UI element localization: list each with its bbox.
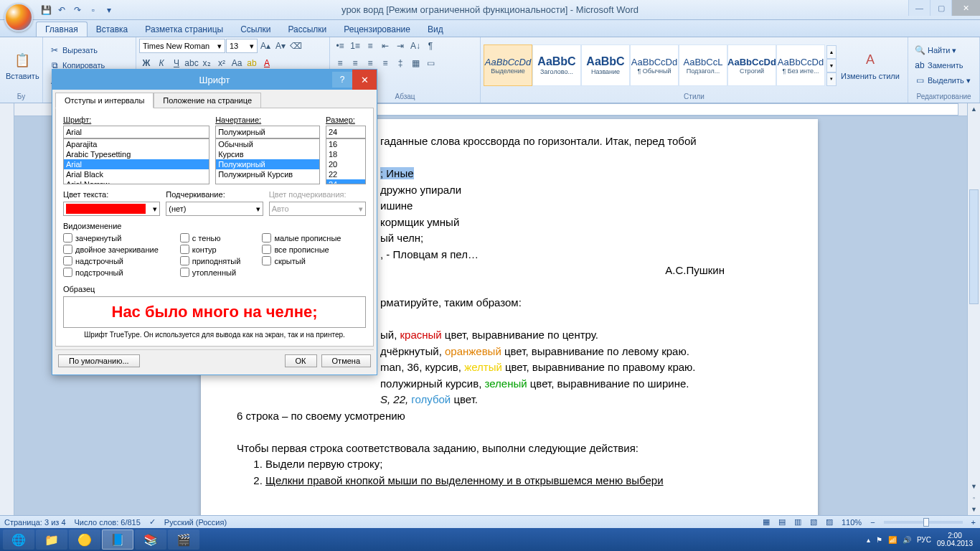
shrink-font-icon[interactable]: A▾ [273, 39, 288, 53]
font-size-combo[interactable]: 13▾ [226, 39, 258, 53]
style-scrollbar[interactable]: ▲▼▾ [826, 45, 837, 86]
check-shadow[interactable]: с тенью [180, 233, 241, 242]
bold-button[interactable]: Ж [139, 56, 154, 70]
vertical-scrollbar[interactable]: ▲ ▼ ◦ ▼ [967, 103, 980, 515]
clear-format-icon[interactable]: ⌫ [288, 39, 303, 53]
show-marks-button[interactable]: ¶ [423, 39, 438, 53]
font-name-combo[interactable]: Times New Roman▾ [139, 39, 225, 53]
dialog-close-button[interactable]: ✕ [352, 70, 377, 90]
check-hidden[interactable]: скрытый [262, 256, 341, 265]
case-button[interactable]: Aa [230, 56, 244, 70]
strike-button[interactable]: abc [184, 56, 199, 70]
tab-mailings[interactable]: Рассылки [279, 22, 335, 37]
undo-icon[interactable]: ↶ [55, 3, 69, 17]
tray-clock[interactable]: 2:00 09.04.2013 [937, 532, 973, 547]
zoom-slider[interactable] [884, 521, 963, 524]
paste-button[interactable]: 📋 Вставить [3, 49, 42, 82]
tray-up-icon[interactable]: ▴ [867, 536, 870, 544]
scrollbar-thumb[interactable] [969, 189, 979, 304]
media-icon[interactable]: 🎬 [168, 529, 199, 550]
numbering-button[interactable]: 1≡ [348, 39, 362, 53]
change-styles-button[interactable]: A Изменить стили [838, 49, 903, 82]
style-listbox[interactable]: Обычный Курсив Полужирный Полужирный Кур… [215, 138, 320, 184]
maximize-button[interactable]: ▢ [930, 0, 951, 16]
dialog-help-button[interactable]: ? [332, 72, 352, 88]
font-listbox[interactable]: Aparajita Arabic Typesetting Arial Arial… [63, 138, 209, 184]
zoom-value[interactable]: 110% [842, 518, 862, 527]
font-color-button[interactable]: A [260, 56, 274, 70]
cut-button[interactable]: ✂Вырезать [46, 43, 108, 57]
save-icon[interactable]: 💾 [39, 3, 53, 17]
underline-button[interactable]: Ч [169, 56, 184, 70]
page-status[interactable]: Страница: 3 из 4 [4, 518, 66, 527]
size-listbox[interactable]: 16 18 20 22 24 [326, 138, 366, 184]
view-web-icon[interactable]: ▥ [794, 517, 801, 527]
tab-home[interactable]: Главная [36, 22, 88, 37]
tab-layout[interactable]: Разметка страницы [136, 22, 232, 37]
style-item[interactable]: AaBbCНазвание [581, 44, 630, 86]
align-left-button[interactable]: ≡ [333, 56, 347, 70]
zoom-in-button[interactable]: + [971, 518, 976, 527]
volume-icon[interactable]: 🔊 [903, 536, 911, 544]
style-item[interactable]: AaBbCcLПодзагол... [679, 44, 727, 86]
align-center-button[interactable]: ≡ [348, 56, 362, 70]
font-size-input[interactable] [326, 126, 366, 138]
check-subscript[interactable]: подстрочный [63, 268, 159, 277]
multilevel-button[interactable]: ≡ [363, 39, 377, 53]
tab-view[interactable]: Вид [419, 22, 452, 37]
sort-button[interactable]: A↓ [408, 39, 423, 53]
qat-dropdown-icon[interactable]: ▾ [102, 3, 116, 17]
align-right-button[interactable]: ≡ [363, 56, 377, 70]
redo-icon[interactable]: ↷ [70, 3, 85, 17]
view-read-icon[interactable]: ▤ [778, 517, 786, 527]
view-outline-icon[interactable]: ▧ [810, 517, 817, 527]
subscript-button[interactable]: x₂ [199, 56, 214, 70]
style-item[interactable]: AaBbCcDd¶ Обычный [630, 44, 679, 86]
network-icon[interactable]: 📶 [888, 536, 897, 544]
view-print-icon[interactable]: ▦ [763, 517, 770, 527]
style-item[interactable]: AaBbCcDdСтрогий [727, 44, 776, 86]
style-item[interactable]: AaBbCcDdВыделение [484, 44, 532, 86]
style-item[interactable]: AaBbCЗаголово... [532, 44, 581, 86]
ie-icon[interactable]: 🌐 [3, 529, 34, 550]
proofing-icon[interactable]: ✓ [149, 517, 156, 527]
check-strikethrough[interactable]: зачеркнутый [63, 233, 159, 242]
language-status[interactable]: Русский (Россия) [164, 518, 227, 527]
check-outline[interactable]: контур [180, 245, 241, 254]
close-button[interactable]: ✕ [951, 0, 980, 16]
check-engrave[interactable]: утопленный [180, 268, 241, 277]
highlight-button[interactable]: ab [245, 56, 259, 70]
default-button[interactable]: По умолчанию... [58, 354, 140, 367]
word-icon[interactable]: 📘 [102, 529, 133, 550]
minimize-button[interactable]: — [908, 0, 930, 16]
check-emboss[interactable]: приподнятый [180, 256, 241, 265]
select-button[interactable]: ▭Выделить▾ [911, 73, 974, 88]
style-item[interactable]: AaBbCcDd¶ Без инте... [776, 44, 825, 86]
tray-language[interactable]: РУС [917, 536, 931, 544]
font-style-input[interactable] [215, 126, 320, 138]
dialog-title-bar[interactable]: Шрифт ? ✕ [52, 70, 377, 90]
tab-review[interactable]: Рецензирование [335, 22, 419, 37]
word-count[interactable]: Число слов: 6/815 [75, 518, 141, 527]
grow-font-icon[interactable]: A▴ [258, 39, 273, 53]
dialog-tab-position[interactable]: Положение на странице [154, 93, 261, 108]
tab-insert[interactable]: Вставка [88, 22, 137, 37]
office-button[interactable] [4, 3, 33, 32]
explorer-icon[interactable]: 📁 [36, 529, 67, 550]
winrar-icon[interactable]: 📚 [135, 529, 166, 550]
new-doc-icon[interactable]: ▫ [86, 3, 100, 17]
font-name-input[interactable] [63, 126, 209, 138]
ok-button[interactable]: ОК [285, 354, 317, 367]
flag-icon[interactable]: ⚑ [876, 536, 882, 544]
borders-button[interactable]: ▭ [423, 56, 438, 70]
font-color-combo[interactable]: ▾ [63, 202, 160, 216]
line-spacing-button[interactable]: ‡ [393, 56, 407, 70]
italic-button[interactable]: К [154, 56, 169, 70]
check-superscript[interactable]: надстрочный [63, 256, 159, 265]
shading-button[interactable]: ▦ [408, 56, 423, 70]
find-button[interactable]: 🔍Найти▾ [911, 43, 974, 57]
tab-references[interactable]: Ссылки [232, 22, 279, 37]
outdent-button[interactable]: ⇤ [378, 39, 392, 53]
zoom-out-button[interactable]: − [870, 518, 875, 527]
bullets-button[interactable]: •≡ [333, 39, 347, 53]
